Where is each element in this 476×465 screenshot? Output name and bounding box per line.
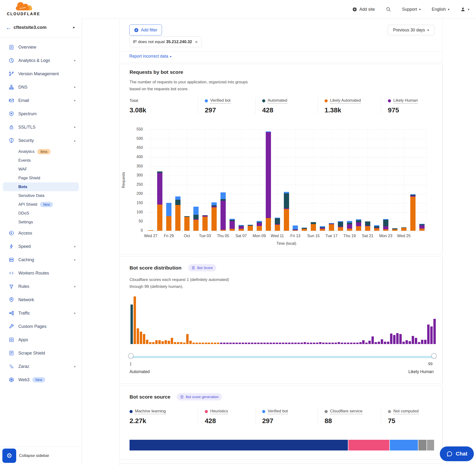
stat-label: Automated bbox=[268, 98, 287, 104]
sidebar-item-label: Apps bbox=[18, 337, 28, 342]
sidebar-item-api-shield[interactable]: API ShieldNew bbox=[0, 200, 82, 209]
settings-button[interactable]: ⚙ bbox=[2, 449, 16, 463]
requests-bar-thu-28 bbox=[157, 171, 162, 231]
caching-icon bbox=[9, 257, 14, 263]
sidebar-item-ddos[interactable]: DDoS bbox=[0, 209, 82, 218]
sidebar-item-dns[interactable]: DNS▾ bbox=[0, 81, 82, 94]
sidebar-item-waf[interactable]: WAF bbox=[0, 165, 82, 174]
score-bar-89 bbox=[402, 342, 405, 344]
score-bar-99 bbox=[433, 319, 436, 344]
bot-score-badge[interactable]: Bot Score bbox=[188, 264, 216, 271]
slider-handle-min[interactable] bbox=[128, 353, 134, 359]
sidebar-item-label: Access bbox=[18, 231, 32, 236]
search-icon[interactable] bbox=[386, 7, 391, 12]
sidebar-item-bots[interactable]: Bots bbox=[3, 182, 79, 191]
sidebar-item-label: Traffic bbox=[18, 311, 30, 316]
chevron-down-icon: ▾ bbox=[74, 285, 75, 288]
y-tick-label: 50 bbox=[129, 219, 143, 223]
score-bar-72 bbox=[350, 343, 352, 344]
requests-bar-mon-23 bbox=[383, 219, 388, 231]
sidebar-item-web3[interactable]: Web3New bbox=[0, 373, 82, 386]
stat-heuristics: Heuristics428 bbox=[198, 408, 255, 425]
requests-bar-thu-05 bbox=[221, 192, 226, 231]
sidebar-item-apps[interactable]: Apps bbox=[0, 333, 82, 346]
account-menu[interactable]: ▾ bbox=[460, 7, 469, 12]
score-bar-43 bbox=[260, 343, 263, 344]
close-icon[interactable]: × bbox=[195, 39, 198, 44]
scrape-shield-icon bbox=[9, 350, 14, 356]
requests-bar-wed-25 bbox=[401, 227, 406, 231]
score-bar-75 bbox=[359, 342, 362, 344]
sidebar-item-network[interactable]: Network bbox=[0, 293, 82, 306]
collapse-sidebar-button[interactable]: Collapse sidebar bbox=[19, 453, 49, 458]
sidebar-item-analytics-logs[interactable]: Analytics & Logs▾ bbox=[0, 54, 82, 67]
workers-icon bbox=[9, 270, 14, 276]
sidebar-item-label: Workers Routes bbox=[18, 271, 49, 276]
sidebar-item-settings[interactable]: Settings bbox=[0, 218, 82, 226]
seg-likely-automated bbox=[419, 229, 424, 231]
sidebar-item-speed[interactable]: Speed▾ bbox=[0, 240, 82, 253]
sidebar-item-security[interactable]: Security▴ bbox=[0, 134, 82, 147]
legend-dot bbox=[129, 410, 133, 413]
site-switcher[interactable]: ← cftestsite3.com ▸ bbox=[0, 19, 82, 37]
score-bar-14 bbox=[171, 338, 173, 344]
seg-likely-automated bbox=[365, 226, 370, 231]
score-bar-10 bbox=[158, 340, 161, 344]
sidebar-item-version-management[interactable]: Version Management bbox=[0, 67, 82, 81]
sidebar-item-spectrum[interactable]: Spectrum bbox=[0, 107, 82, 120]
chat-button[interactable]: Chat bbox=[440, 446, 474, 461]
sidebar-item-sensitive-data[interactable]: Sensitive Data bbox=[0, 191, 82, 200]
stat-value: 3.08k bbox=[129, 106, 198, 114]
filter-chip[interactable]: IP does not equal 35.212.240.32 × bbox=[129, 36, 201, 47]
sidebar-item-label: Rules bbox=[18, 284, 29, 289]
slider-handle-max[interactable] bbox=[431, 353, 437, 359]
add-filter-button[interactable]: Add filter bbox=[129, 24, 162, 35]
sidebar-item-workers-routes[interactable]: Workers Routes bbox=[0, 266, 82, 280]
sidebar-item-caching[interactable]: Caching▾ bbox=[0, 253, 82, 266]
seg-verified-bot bbox=[193, 207, 199, 215]
support-menu[interactable]: Support ▾ bbox=[402, 7, 421, 12]
score-bar-83 bbox=[384, 342, 386, 344]
seg-likely-human bbox=[157, 173, 162, 204]
back-arrow-icon[interactable]: ← bbox=[6, 24, 11, 31]
language-menu[interactable]: English ▾ bbox=[432, 7, 450, 12]
seg-likely-automated bbox=[230, 229, 235, 231]
score-bar-69 bbox=[341, 343, 343, 344]
date-range-dropdown[interactable]: Previous 30 days ▾ bbox=[388, 25, 434, 35]
add-site-button[interactable]: Add site bbox=[352, 7, 375, 12]
cloudflare-cloud-icon bbox=[13, 1, 34, 13]
score-slider-track[interactable] bbox=[130, 356, 434, 358]
sidebar-item-events[interactable]: Events bbox=[0, 156, 82, 165]
content-right-border bbox=[443, 19, 443, 465]
seg-likely-automated bbox=[184, 217, 190, 231]
sidebar-item-page-shield[interactable]: Page Shield bbox=[0, 174, 82, 182]
score-bar-30 bbox=[220, 343, 222, 344]
requests-bar-sat-21 bbox=[365, 222, 370, 231]
seg-likely-human bbox=[230, 221, 235, 229]
sidebar-item-traffic[interactable]: Traffic▾ bbox=[0, 306, 82, 320]
access-icon bbox=[9, 230, 14, 236]
sidebar-item-zaraz[interactable]: Zaraz▾ bbox=[0, 360, 82, 373]
bot-score-generation-badge[interactable]: Bot score generation bbox=[177, 393, 222, 401]
cloudflare-dashboard: CLOUDFLARE Add site Support ▾ English ▾ bbox=[0, 0, 476, 465]
sidebar-item-custom-pages[interactable]: Custom Pages bbox=[0, 320, 82, 333]
sidebar-item-label: Zaraz bbox=[18, 364, 29, 369]
sidebar-item-overview[interactable]: Overview bbox=[0, 41, 82, 54]
report-incorrect-data-link[interactable]: Report incorrect data ▸ bbox=[129, 54, 172, 59]
cloudflare-logo[interactable]: CLOUDFLARE bbox=[3, 1, 44, 18]
sidebar-item-rules[interactable]: Rules▾ bbox=[0, 280, 82, 293]
requests-bar-thu-26 bbox=[410, 194, 415, 231]
seg-automated bbox=[365, 222, 370, 226]
seg-likely-automated bbox=[148, 230, 153, 231]
doc-icon bbox=[180, 395, 184, 399]
sidebar-item-label: Scrape Shield bbox=[18, 351, 45, 356]
sidebar-item-scrape-shield[interactable]: Scrape Shield bbox=[0, 346, 82, 360]
chevron-right-icon[interactable]: ▸ bbox=[73, 25, 75, 30]
stat-label: Verified bot bbox=[268, 409, 288, 414]
sidebar-item-analytics[interactable]: AnalyticsBeta bbox=[0, 147, 82, 156]
sidebar-item-access[interactable]: Access bbox=[0, 226, 82, 240]
sidebar-item-email[interactable]: Email▾ bbox=[0, 94, 82, 107]
stat-value: 428 bbox=[205, 417, 255, 425]
sidebar-item-ssl-tls[interactable]: SSL/TLS▾ bbox=[0, 120, 82, 134]
card-description: Cloudflare scores each request 1 (defini… bbox=[129, 276, 258, 290]
